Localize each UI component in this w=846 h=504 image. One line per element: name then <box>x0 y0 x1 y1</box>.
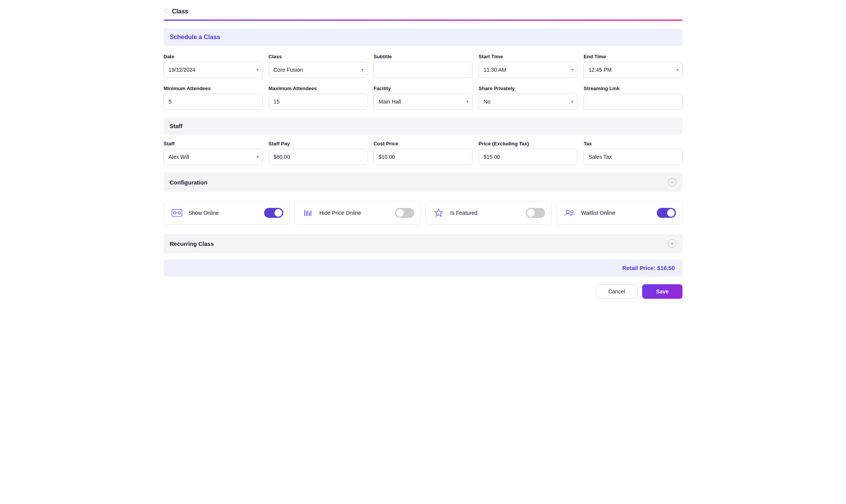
configuration-section-header: Configuration − <box>164 173 682 192</box>
staff-select-wrapper[interactable]: Alex Will <box>164 149 263 165</box>
cost-price-input[interactable] <box>373 149 473 165</box>
show-online-label: Show Online <box>188 210 259 216</box>
class-label: Class <box>269 54 368 59</box>
save-button[interactable]: Save <box>642 284 682 299</box>
waitlist-online-icon <box>563 206 577 220</box>
max-attendees-group: Maximum Attendees <box>269 86 368 110</box>
streaming-link-group: Streaming Link <box>583 86 682 110</box>
recurring-section-title: Recurring Class <box>170 240 214 247</box>
svg-marker-9 <box>435 209 443 216</box>
end-time-select[interactable]: 12:45 PM <box>583 62 682 78</box>
end-time-group: End Time 12:45 PM <box>583 54 682 78</box>
class-select-wrapper[interactable]: Core Fusion <box>269 62 368 78</box>
heart-icon: ♡ <box>164 8 169 15</box>
waitlist-online-label: Waitlist Online <box>581 210 652 216</box>
show-online-item: Show Online <box>164 201 290 225</box>
configuration-row: Show Online Hide Price Online <box>164 198 682 228</box>
facility-label: Facility <box>373 86 473 91</box>
start-time-group: Start Time 11:30 AM <box>479 54 578 78</box>
share-select[interactable]: No <box>479 94 578 110</box>
price-excl-tax-input[interactable] <box>479 149 578 165</box>
staff-section-header: Staff <box>164 117 682 135</box>
is-featured-slider <box>526 208 545 218</box>
configuration-collapse-icon[interactable]: − <box>668 178 676 186</box>
end-time-label: End Time <box>583 54 682 59</box>
hide-price-item: Hide Price Online <box>294 201 421 225</box>
min-attendees-label: Minimum Attendees <box>164 86 263 91</box>
date-group: Date 19/12/2024 <box>164 54 263 78</box>
facility-select[interactable]: Main Hall <box>373 94 473 110</box>
svg-point-1 <box>173 212 176 214</box>
staff-pay-input[interactable] <box>269 149 368 165</box>
max-attendees-input[interactable] <box>269 94 368 110</box>
share-select-wrapper[interactable]: No <box>479 94 578 110</box>
is-featured-icon <box>432 206 446 220</box>
date-label: Date <box>164 54 263 59</box>
header-divider <box>164 20 682 21</box>
svg-point-2 <box>178 212 180 214</box>
facility-select-wrapper[interactable]: Main Hall <box>373 94 473 110</box>
tax-label: Tax <box>583 141 682 147</box>
facility-group: Facility Main Hall <box>373 86 473 110</box>
hide-price-slider <box>395 208 414 218</box>
svg-point-10 <box>566 210 569 213</box>
streaming-link-input[interactable] <box>583 94 682 110</box>
cost-price-group: Cost Price <box>373 141 473 165</box>
svg-point-11 <box>571 211 573 213</box>
price-excl-tax-group: Price (Excluding Tax) <box>479 141 578 165</box>
staff-select[interactable]: Alex Will <box>164 149 263 165</box>
tax-input[interactable] <box>583 149 682 165</box>
share-privately-label: Share Privately <box>479 86 578 91</box>
is-featured-toggle[interactable] <box>526 208 545 218</box>
min-attendees-group: Minimum Attendees <box>164 86 263 110</box>
class-select[interactable]: Core Fusion <box>269 62 368 78</box>
streaming-link-label: Streaming Link <box>583 86 682 91</box>
show-online-slider <box>264 208 283 218</box>
staff-section-title: Staff <box>170 123 182 129</box>
staff-label: Staff <box>164 141 263 147</box>
button-row: Cancel Save <box>164 284 682 306</box>
subtitle-label: Subtitle <box>373 54 473 59</box>
subtitle-input[interactable] <box>373 62 473 78</box>
start-time-select-wrapper[interactable]: 11:30 AM <box>479 62 578 78</box>
waitlist-online-slider <box>657 208 676 218</box>
max-attendees-label: Maximum Attendees <box>269 86 368 91</box>
date-select[interactable]: 19/12/2024 <box>164 62 263 78</box>
retail-price-bar: Retail Price: $16.50 <box>164 259 682 277</box>
hide-price-icon <box>301 206 315 220</box>
start-time-select[interactable]: 11:30 AM <box>479 62 578 78</box>
page-header: ♡ Class <box>164 8 682 15</box>
waitlist-online-toggle[interactable] <box>657 208 676 218</box>
class-group: Class Core Fusion <box>269 54 368 78</box>
end-time-select-wrapper[interactable]: 12:45 PM <box>583 62 682 78</box>
tax-group: Tax <box>583 141 682 165</box>
is-featured-item: Is Featured <box>425 201 552 225</box>
retail-price-label: Retail Price: $16.50 <box>622 265 675 271</box>
is-featured-label: Is Featured <box>450 210 521 216</box>
share-privately-group: Share Privately No <box>479 86 578 110</box>
staff-group: Staff Alex Will <box>164 141 263 165</box>
cancel-button[interactable]: Cancel <box>596 284 638 299</box>
recurring-expand-icon[interactable]: + <box>668 239 676 248</box>
show-online-icon <box>170 206 184 220</box>
date-select-wrapper[interactable]: 19/12/2024 <box>164 62 263 78</box>
hide-price-toggle[interactable] <box>395 208 414 218</box>
schedule-row-2: Minimum Attendees Maximum Attendees Faci… <box>164 86 682 110</box>
min-attendees-input[interactable] <box>164 94 263 110</box>
staff-pay-group: Staff Pay <box>269 141 368 165</box>
staff-pay-label: Staff Pay <box>269 141 368 147</box>
start-time-label: Start Time <box>479 54 578 59</box>
schedule-section-title: Schedule a Class <box>170 34 676 41</box>
staff-row: Staff Alex Will Staff Pay Cost Price Pri… <box>164 141 682 165</box>
schedule-section-header: Schedule a Class <box>164 28 682 46</box>
schedule-row-1: Date 19/12/2024 Class Core Fusion Subtit… <box>164 54 682 78</box>
recurring-section-header: Recurring Class + <box>164 234 682 253</box>
configuration-section-title: Configuration <box>170 179 207 186</box>
waitlist-online-item: Waitlist Online <box>556 201 682 225</box>
subtitle-group: Subtitle <box>373 54 473 78</box>
show-online-toggle[interactable] <box>264 208 283 218</box>
hide-price-label: Hide Price Online <box>319 210 390 216</box>
price-excl-tax-label: Price (Excluding Tax) <box>479 141 578 147</box>
cost-price-label: Cost Price <box>373 141 473 147</box>
page-title: Class <box>172 8 188 15</box>
